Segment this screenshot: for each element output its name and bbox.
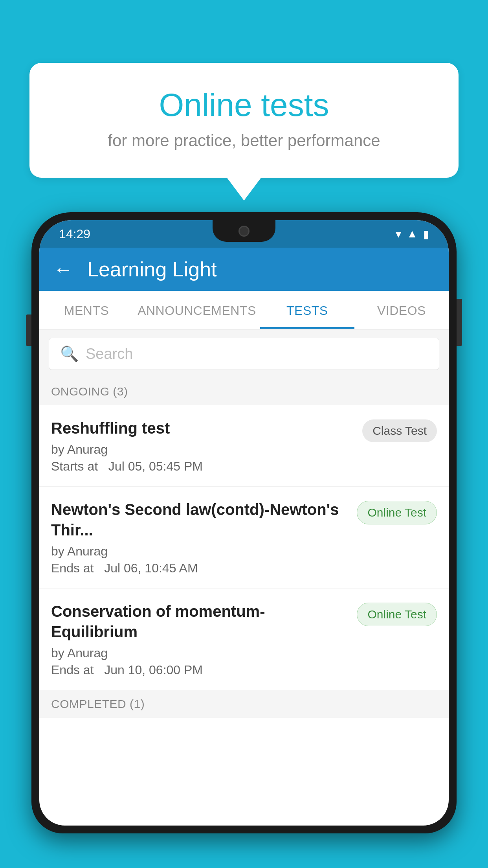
completed-section-header: COMPLETED (1) — [39, 690, 449, 718]
phone-outer: 14:29 ▾ ▲ ▮ ← Learning Light MENTS ANNOU… — [31, 212, 457, 833]
speech-bubble-container: Online tests for more practice, better p… — [29, 63, 459, 200]
speech-bubble-arrow — [226, 177, 262, 200]
status-icons: ▾ ▲ ▮ — [396, 228, 429, 241]
test-time-label-2: Ends at — [51, 561, 94, 575]
back-button[interactable]: ← — [53, 259, 73, 279]
tab-announcements[interactable]: ANNOUNCEMENTS — [134, 291, 260, 329]
tabs-container: MENTS ANNOUNCEMENTS TESTS VIDEOS — [39, 291, 449, 330]
speech-bubble-subtitle: for more practice, better performance — [61, 131, 427, 150]
ongoing-section-header: ONGOING (3) — [39, 378, 449, 405]
test-badge-2: Online Test — [357, 501, 437, 524]
test-info-3: Conservation of momentum-Equilibrium by … — [51, 601, 357, 677]
test-title-3: Conservation of momentum-Equilibrium — [51, 601, 349, 642]
test-badge-1: Class Test — [362, 419, 437, 442]
app-title: Learning Light — [87, 257, 217, 281]
test-item-3[interactable]: Conservation of momentum-Equilibrium by … — [39, 588, 449, 690]
test-time-2: Ends at Jul 06, 10:45 AM — [51, 561, 349, 576]
test-time-value-3: Jun 10, 06:00 PM — [104, 663, 203, 677]
test-item-1[interactable]: Reshuffling test by Anurag Starts at Jul… — [39, 405, 449, 487]
search-container: 🔍 Search — [39, 330, 449, 378]
notch — [213, 220, 275, 242]
test-author-2: by Anurag — [51, 544, 349, 559]
test-time-label-3: Ends at — [51, 663, 94, 677]
test-item-2[interactable]: Newton's Second law(contd)-Newton's Thir… — [39, 487, 449, 588]
phone: 14:29 ▾ ▲ ▮ ← Learning Light MENTS ANNOU… — [31, 212, 457, 868]
test-time-label-1: Starts at — [51, 459, 98, 473]
test-time-value-1: Jul 05, 05:45 PM — [108, 459, 203, 473]
status-bar: 14:29 ▾ ▲ ▮ — [39, 220, 449, 248]
test-badge-3: Online Test — [357, 603, 437, 626]
search-icon: 🔍 — [60, 345, 79, 362]
search-placeholder: Search — [86, 346, 133, 362]
test-title-2: Newton's Second law(contd)-Newton's Thir… — [51, 499, 349, 540]
test-author-1: by Anurag — [51, 442, 354, 457]
speech-bubble: Online tests for more practice, better p… — [29, 63, 459, 178]
tab-tests[interactable]: TESTS — [260, 291, 354, 329]
status-time: 14:29 — [59, 227, 90, 241]
test-info-1: Reshuffling test by Anurag Starts at Jul… — [51, 418, 362, 474]
phone-screen: 14:29 ▾ ▲ ▮ ← Learning Light MENTS ANNOU… — [39, 220, 449, 826]
camera — [238, 226, 250, 237]
tab-videos[interactable]: VIDEOS — [354, 291, 449, 329]
test-time-3: Ends at Jun 10, 06:00 PM — [51, 663, 349, 677]
signal-icon: ▲ — [407, 228, 418, 240]
wifi-icon: ▾ — [396, 228, 401, 241]
test-title-1: Reshuffling test — [51, 418, 354, 438]
test-info-2: Newton's Second law(contd)-Newton's Thir… — [51, 499, 357, 576]
test-time-value-2: Jul 06, 10:45 AM — [104, 561, 198, 575]
test-time-1: Starts at Jul 05, 05:45 PM — [51, 459, 354, 474]
tab-ments[interactable]: MENTS — [39, 291, 134, 329]
speech-bubble-title: Online tests — [61, 86, 427, 123]
test-list: Reshuffling test by Anurag Starts at Jul… — [39, 405, 449, 690]
test-author-3: by Anurag — [51, 646, 349, 660]
search-bar[interactable]: 🔍 Search — [49, 338, 439, 370]
battery-icon: ▮ — [423, 228, 429, 241]
app-bar: ← Learning Light — [39, 248, 449, 291]
